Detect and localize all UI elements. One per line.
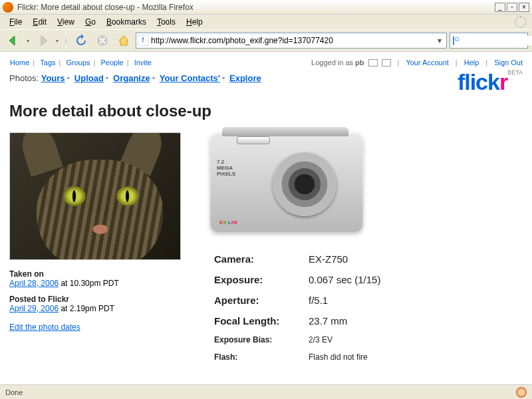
exif-row: Aperture:f/5.1: [211, 291, 521, 310]
toolbar: ▾ ▾ f ▾: [0, 29, 532, 52]
exif-table: Camera:EX-Z750Exposure:0.067 sec (1/15)A…: [210, 248, 523, 366]
throbber-icon: [515, 16, 527, 28]
taken-date-link[interactable]: April 28, 2006: [9, 279, 59, 288]
firefox-icon: [3, 2, 13, 13]
page-title: More detail about close-up: [9, 102, 523, 120]
menu-tools[interactable]: Tools: [153, 16, 180, 28]
close-button[interactable]: ×: [519, 3, 529, 12]
stop-button[interactable]: [93, 31, 112, 50]
subnav-upload[interactable]: Upload: [74, 73, 104, 83]
menu-file[interactable]: File: [5, 16, 26, 28]
site-favicon: f: [138, 35, 148, 46]
exif-value: f/5.1: [306, 291, 521, 310]
nav-home[interactable]: Home: [10, 59, 29, 66]
menu-edit[interactable]: Edit: [29, 16, 51, 28]
back-dropdown[interactable]: ▾: [25, 31, 31, 50]
nav-your-account[interactable]: Your Account: [406, 59, 448, 66]
forward-button[interactable]: [33, 31, 52, 50]
logged-in-label: Logged in as pb: [311, 59, 364, 66]
nav-help[interactable]: Help: [464, 59, 479, 66]
window-titlebar: Flickr: More detail about close-up - Moz…: [0, 0, 532, 15]
url-input[interactable]: [151, 36, 434, 45]
exif-value: 23.7 mm: [306, 311, 521, 331]
restore-button[interactable]: ▫: [507, 3, 517, 12]
taken-time: at 10.30pm PDT: [59, 279, 119, 288]
search-bar[interactable]: [450, 33, 528, 49]
exif-key: Exposure:: [211, 270, 305, 289]
exif-row: Focal Length:23.7 mm: [211, 311, 521, 331]
photo-thumbnail[interactable]: [9, 132, 181, 260]
url-bar[interactable]: f ▾: [136, 33, 447, 49]
greasemonkey-icon[interactable]: [516, 387, 527, 398]
nav-sign-out[interactable]: Sign Out: [494, 59, 523, 66]
subnav-label: Photos:: [9, 73, 39, 83]
search-input[interactable]: [457, 36, 532, 45]
exif-key: Focal Length:: [211, 311, 305, 331]
subnav-explore[interactable]: Explore: [229, 73, 261, 83]
menu-bookmarks[interactable]: Bookmarks: [102, 16, 150, 28]
reload-button[interactable]: [72, 31, 90, 50]
exif-row: Exposure:0.067 sec (1/15): [211, 270, 521, 289]
menu-help[interactable]: Help: [182, 16, 207, 28]
edit-dates-link[interactable]: Edit the photo dates: [9, 323, 80, 332]
subnav-yours[interactable]: Yours: [41, 73, 65, 83]
menu-go[interactable]: Go: [81, 16, 100, 28]
exif-value: 2/3 EV: [306, 332, 521, 348]
url-dropdown[interactable]: ▾: [434, 36, 445, 45]
minimize-button[interactable]: _: [495, 3, 505, 12]
home-button[interactable]: [114, 31, 133, 50]
window-title: Flickr: More detail about close-up - Moz…: [17, 3, 495, 12]
exif-key: Camera:: [211, 249, 305, 269]
exif-value: Flash did not fire: [306, 349, 521, 365]
flickr-topbar: Home| Tags| Groups| People| Invite Logge…: [9, 59, 523, 66]
flickr-subnav: Photos: Yours• Upload• Organize• Your Co…: [9, 73, 523, 83]
posted-time: at 2.19pm PDT: [59, 304, 114, 313]
back-button[interactable]: [4, 31, 23, 50]
exif-row: Flash:Flash did not fire: [211, 349, 521, 365]
exif-row: Camera:EX-Z750: [211, 249, 521, 269]
menubar: File Edit View Go Bookmarks Tools Help: [0, 15, 532, 29]
nav-groups[interactable]: Groups: [66, 59, 90, 66]
exif-value: EX-Z750: [306, 249, 521, 269]
subnav-contacts[interactable]: Your Contacts': [160, 73, 220, 83]
posted-date-link[interactable]: April 29, 2006: [9, 304, 59, 313]
exif-key: Aperture:: [211, 291, 305, 310]
exif-key: Exposure Bias:: [211, 332, 305, 348]
nav-people[interactable]: People: [100, 59, 123, 66]
subnav-organize[interactable]: Organize: [113, 73, 150, 83]
status-bar: Done: [0, 384, 532, 399]
forward-dropdown[interactable]: ▾: [55, 31, 60, 50]
camera-image: 7.2MEGAPIXELS EXILIM: [210, 132, 363, 232]
exif-value: 0.067 sec (1/15): [306, 270, 521, 289]
nav-invite[interactable]: Invite: [134, 59, 152, 66]
exif-row: Exposure Bias:2/3 EV: [211, 332, 521, 348]
page-content: Home| Tags| Groups| People| Invite Logge…: [0, 52, 532, 384]
menu-view[interactable]: View: [53, 16, 78, 28]
status-text: Done: [5, 388, 23, 396]
taken-on-label: Taken on: [9, 269, 181, 279]
google-icon: [453, 36, 454, 45]
exif-key: Flash:: [211, 349, 305, 365]
flickr-logo[interactable]: flickrBETA: [458, 69, 523, 95]
mail-icon[interactable]: [368, 59, 378, 66]
posted-label: Posted to Flickr: [9, 295, 181, 304]
cart-icon[interactable]: [382, 59, 391, 66]
nav-tags[interactable]: Tags: [40, 59, 55, 66]
